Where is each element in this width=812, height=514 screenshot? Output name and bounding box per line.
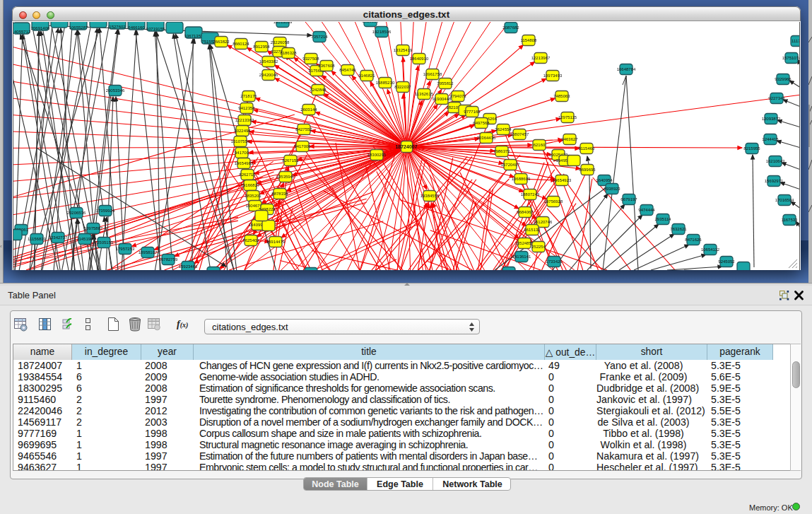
svg-text:11156819: 11156819 (28, 237, 46, 241)
svg-text:19654923: 19654923 (553, 178, 572, 182)
svg-text:9417006: 9417006 (294, 144, 311, 148)
svg-text:17957253: 17957253 (116, 247, 135, 251)
svg-text:9146821: 9146821 (358, 74, 375, 78)
svg-text:8262715: 8262715 (239, 173, 256, 177)
svg-text:6466160: 6466160 (128, 25, 145, 30)
svg-text:10958107: 10958107 (139, 250, 158, 255)
svg-text:23226058: 23226058 (271, 40, 290, 45)
svg-text:15885230: 15885230 (376, 81, 395, 85)
svg-text:6679197: 6679197 (620, 197, 637, 201)
svg-text:16210643: 16210643 (766, 159, 785, 163)
svg-text:18300295: 18300295 (367, 153, 387, 157)
svg-text:16120746: 16120746 (534, 220, 553, 224)
svg-text:10543382: 10543382 (259, 59, 278, 64)
svg-text:12213967: 12213967 (531, 56, 551, 60)
svg-text:17359924: 17359924 (96, 209, 115, 213)
svg-text:6497568: 6497568 (473, 121, 490, 125)
svg-text:10655287: 10655287 (69, 25, 88, 30)
svg-text:9684067: 9684067 (517, 210, 534, 214)
svg-text:9329966: 9329966 (775, 77, 792, 81)
svg-text:10975887: 10975887 (84, 226, 103, 230)
svg-text:12975115: 12975115 (558, 115, 577, 119)
svg-text:18640910: 18640910 (410, 57, 429, 61)
svg-text:3624554: 3624554 (495, 127, 512, 132)
svg-text:11362615: 11362615 (415, 92, 434, 96)
svg-text:7485063: 7485063 (553, 94, 570, 98)
svg-text:1145194: 1145194 (77, 237, 94, 241)
svg-text:8427552: 8427552 (295, 127, 312, 132)
svg-text:8938923: 8938923 (604, 187, 620, 191)
svg-text:14136141: 14136141 (512, 255, 531, 259)
svg-text:9412354: 9412354 (238, 106, 255, 110)
svg-text:8878334: 8878334 (271, 192, 288, 196)
svg-text:7632621: 7632621 (670, 227, 687, 231)
svg-text:10107554: 10107554 (231, 139, 250, 144)
svg-text:3813054: 3813054 (362, 22, 379, 23)
svg-text:12505155: 12505155 (95, 240, 114, 245)
svg-text:20364436: 20364436 (477, 136, 496, 140)
svg-text:8186328: 8186328 (280, 51, 297, 55)
svg-text:62160: 62160 (534, 143, 546, 147)
svg-text:8660124: 8660124 (233, 42, 249, 46)
svg-text:941700: 941700 (235, 151, 249, 155)
svg-text:20691406: 20691406 (31, 26, 50, 30)
svg-text:1167533: 1167533 (782, 218, 799, 222)
svg-text:19654983: 19654983 (235, 161, 254, 165)
svg-text:16033809: 16033809 (273, 22, 293, 24)
svg-text:252254: 252254 (531, 245, 546, 249)
svg-text:7986372: 7986372 (493, 149, 510, 153)
svg-text:12093872: 12093872 (762, 117, 781, 121)
svg-text:8454749: 8454749 (339, 68, 356, 72)
svg-text:2718176: 2718176 (240, 94, 257, 98)
svg-text:16782759: 16782759 (159, 257, 178, 262)
svg-text:8322037: 8322037 (394, 85, 411, 89)
svg-text:10961758: 10961758 (423, 72, 442, 76)
svg-text:10807457: 10807457 (510, 132, 529, 136)
svg-text:18807249: 18807249 (521, 192, 540, 197)
svg-text:15751074: 15751074 (782, 56, 800, 60)
svg-text:1640954: 1640954 (596, 178, 613, 182)
svg-text:7357214: 7357214 (311, 35, 328, 39)
svg-text:10654112: 10654112 (701, 247, 720, 252)
svg-text:17016504: 17016504 (775, 198, 794, 202)
svg-text:1527602: 1527602 (109, 25, 126, 29)
svg-text:7955812: 7955812 (437, 81, 454, 86)
svg-text:8215955: 8215955 (743, 146, 760, 151)
svg-text:10688609: 10688609 (512, 177, 531, 181)
svg-text:91900448: 91900448 (433, 97, 452, 101)
svg-text:9794073: 9794073 (449, 94, 466, 98)
svg-text:1022494: 1022494 (234, 129, 251, 133)
svg-text:9777169: 9777169 (464, 110, 481, 114)
svg-text:8699695: 8699695 (579, 168, 596, 172)
svg-text:13535947: 13535947 (276, 175, 295, 179)
svg-text:9474444: 9474444 (638, 208, 655, 212)
svg-text:19218506: 19218506 (372, 30, 392, 34)
svg-text:13325419: 13325419 (394, 48, 413, 52)
svg-text:9327508: 9327508 (302, 57, 319, 61)
svg-text:8267151: 8267151 (282, 158, 299, 163)
svg-text:8471626: 8471626 (685, 238, 702, 242)
svg-text:23420046: 23420046 (259, 73, 278, 77)
svg-text:9463627: 9463627 (561, 137, 578, 141)
svg-text:10719155: 10719155 (146, 27, 165, 31)
svg-text:20206536: 20206536 (67, 211, 86, 215)
svg-text:11170: 11170 (792, 39, 800, 43)
svg-text:20053346: 20053346 (106, 88, 125, 93)
svg-text:2603144: 2603144 (300, 107, 317, 112)
svg-text:16648784: 16648784 (617, 67, 636, 71)
svg-text:9227343: 9227343 (768, 96, 785, 100)
svg-text:1733426: 1733426 (546, 259, 563, 264)
svg-text:7663822: 7663822 (213, 40, 230, 44)
svg-text:12213363: 12213363 (235, 118, 254, 122)
svg-text:19384554: 19384554 (420, 194, 440, 198)
svg-text:19756928: 19756928 (544, 199, 563, 204)
svg-text:15692971: 15692971 (765, 179, 784, 183)
svg-text:1154808: 1154808 (521, 38, 538, 42)
svg-text:1835201: 1835201 (245, 194, 261, 198)
svg-text:9245052: 9245052 (718, 259, 735, 264)
svg-text:1615132: 1615132 (524, 228, 541, 232)
svg-text:8912954: 8912954 (253, 45, 270, 49)
svg-text:15923466: 15923466 (179, 264, 198, 269)
svg-text:10671355: 10671355 (184, 34, 204, 38)
svg-text:16914479: 16914479 (266, 240, 286, 244)
